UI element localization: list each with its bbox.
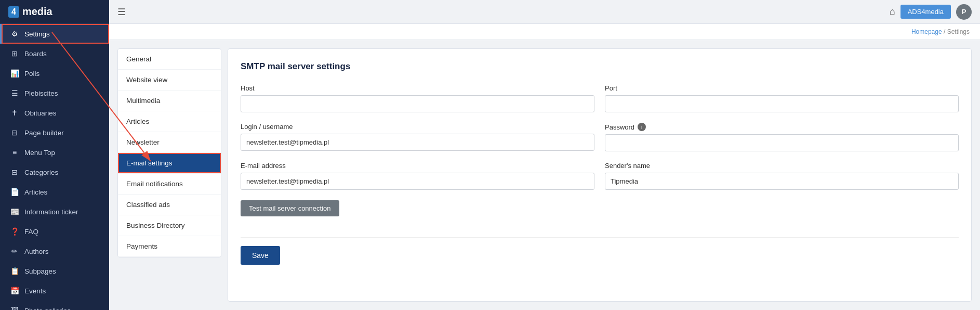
boards-icon: ⊞ — [10, 49, 19, 58]
password-info-icon[interactable]: i — [638, 123, 646, 131]
information-ticker-icon: 📰 — [10, 207, 19, 216]
logo-text: media — [22, 6, 52, 18]
save-button[interactable]: Save — [241, 246, 280, 265]
sidebar-item-polls[interactable]: 📊 Polls — [0, 63, 109, 83]
password-input[interactable] — [605, 134, 959, 151]
sidebar-item-label: Boards — [24, 50, 47, 58]
app-logo: 4 media — [0, 0, 109, 24]
ads-button[interactable]: ADS4media — [900, 5, 951, 19]
faq-icon: ❓ — [10, 227, 19, 236]
sub-nav-multimedia[interactable]: Multimedia — [118, 91, 221, 111]
sidebar-item-faq[interactable]: ❓ FAQ — [0, 222, 109, 241]
sidebar-item-categories[interactable]: ⊟ Categories — [0, 162, 109, 182]
home-icon[interactable]: ⌂ — [890, 6, 895, 17]
breadcrumb-home-link[interactable]: Homepage — [911, 28, 942, 35]
form-group-host: Host — [241, 84, 594, 112]
topbar-right: ⌂ ADS4media P — [890, 4, 972, 20]
sub-nav-email-settings[interactable]: E-mail settings — [118, 153, 221, 174]
sender-label: Sender's name — [605, 162, 959, 170]
sub-nav-newsletter[interactable]: Newsletter — [118, 132, 221, 153]
articles-icon: 📄 — [10, 187, 19, 197]
sidebar-item-label: Page builder — [24, 129, 64, 137]
hamburger-icon[interactable]: ☰ — [117, 6, 126, 18]
sidebar-item-label: Polls — [24, 70, 39, 78]
categories-icon: ⊟ — [10, 167, 19, 177]
sidebar-item-label: Settings — [24, 30, 50, 38]
test-button-container: Test mail server connection — [241, 200, 959, 227]
sub-nav-payments[interactable]: Payments — [118, 236, 221, 257]
user-avatar[interactable]: P — [956, 4, 972, 20]
page-builder-icon: ⊟ — [10, 128, 19, 137]
sub-nav-classified-ads[interactable]: Classified ads — [118, 195, 221, 215]
sub-nav: General Website view Multimedia Articles… — [117, 48, 221, 257]
sidebar-item-articles[interactable]: 📄 Articles — [0, 182, 109, 202]
sender-input[interactable] — [605, 173, 959, 190]
obituaries-icon: ✝ — [10, 108, 19, 118]
host-input[interactable] — [241, 95, 594, 112]
breadcrumb: Homepage / Settings — [109, 24, 980, 40]
sidebar-item-label: Authors — [24, 248, 49, 255]
sidebar: 4 media ⚙ Settings ⊞ Boards 📊 Polls ☰ Pl… — [0, 0, 109, 310]
sub-nav-website-view[interactable]: Website view — [118, 70, 221, 91]
sidebar-item-label: Categories — [24, 169, 58, 176]
authors-icon: ✏ — [10, 247, 19, 256]
plebiscites-icon: ☰ — [10, 88, 19, 98]
photo-galleries-icon: 🖼 — [10, 306, 19, 310]
sidebar-item-label: Information ticker — [24, 208, 78, 216]
form-row-login-password: Login / username Password i — [241, 123, 959, 151]
form-row-email-sender: E-mail address Sender's name — [241, 162, 959, 190]
sub-nav-email-notifications[interactable]: Email notifications — [118, 174, 221, 195]
sidebar-item-label: Menu Top — [24, 149, 55, 157]
settings-icon: ⚙ — [10, 29, 19, 38]
sidebar-item-menu-top[interactable]: ≡ Menu Top — [0, 143, 109, 162]
email-input[interactable] — [241, 173, 594, 190]
sidebar-item-information-ticker[interactable]: 📰 Information ticker — [0, 202, 109, 222]
port-label: Port — [605, 84, 959, 92]
panel-title: SMTP mail server settings — [241, 61, 959, 72]
sidebar-item-subpages[interactable]: 📋 Subpages — [0, 261, 109, 281]
form-row-host-port: Host Port — [241, 84, 959, 112]
sidebar-item-authors[interactable]: ✏ Authors — [0, 241, 109, 261]
sub-nav-general[interactable]: General — [118, 49, 221, 70]
sidebar-item-label: Plebiscites — [24, 89, 58, 97]
sidebar-item-label: Subpages — [24, 267, 56, 275]
form-group-email: E-mail address — [241, 162, 594, 190]
sidebar-item-label: Photo galleries — [24, 307, 71, 311]
form-panel: SMTP mail server settings Host Port Logi… — [228, 48, 972, 302]
sidebar-item-plebiscites[interactable]: ☰ Plebiscites — [0, 83, 109, 103]
sidebar-item-page-builder[interactable]: ⊟ Page builder — [0, 123, 109, 143]
login-label: Login / username — [241, 123, 594, 131]
breadcrumb-current: Settings — [947, 28, 970, 35]
sidebar-item-obituaries[interactable]: ✝ Obituaries — [0, 103, 109, 123]
subpages-icon: 📋 — [10, 266, 19, 276]
email-label: E-mail address — [241, 162, 594, 170]
topbar-left: ☰ — [117, 6, 126, 18]
form-group-port: Port — [605, 84, 959, 112]
login-input[interactable] — [241, 134, 594, 151]
sidebar-item-label: Events — [24, 287, 46, 295]
main-area: ☰ ⌂ ADS4media P Homepage / Settings Gene… — [109, 0, 980, 310]
sidebar-item-label: FAQ — [24, 228, 38, 236]
breadcrumb-separator: / — [944, 28, 947, 35]
password-label: Password i — [605, 123, 959, 131]
sidebar-item-label: Obituaries — [24, 109, 57, 117]
test-mail-button[interactable]: Test mail server connection — [241, 200, 339, 216]
sub-nav-business-directory[interactable]: Business Directory — [118, 215, 221, 236]
form-group-login: Login / username — [241, 123, 594, 151]
logo-number: 4 — [8, 6, 19, 18]
sidebar-item-settings[interactable]: ⚙ Settings — [0, 24, 109, 44]
menu-top-icon: ≡ — [10, 148, 19, 157]
polls-icon: 📊 — [10, 69, 19, 78]
save-button-container: Save — [241, 246, 959, 265]
sidebar-item-photo-galleries[interactable]: 🖼 Photo galleries — [0, 301, 109, 310]
topbar: ☰ ⌂ ADS4media P — [109, 0, 980, 24]
sidebar-item-boards[interactable]: ⊞ Boards — [0, 44, 109, 63]
form-divider — [241, 237, 959, 238]
form-group-password: Password i — [605, 123, 959, 151]
sidebar-item-events[interactable]: 📅 Events — [0, 281, 109, 301]
port-input[interactable] — [605, 95, 959, 112]
events-icon: 📅 — [10, 286, 19, 295]
form-group-sender: Sender's name — [605, 162, 959, 190]
sub-nav-articles[interactable]: Articles — [118, 111, 221, 132]
host-label: Host — [241, 84, 594, 92]
